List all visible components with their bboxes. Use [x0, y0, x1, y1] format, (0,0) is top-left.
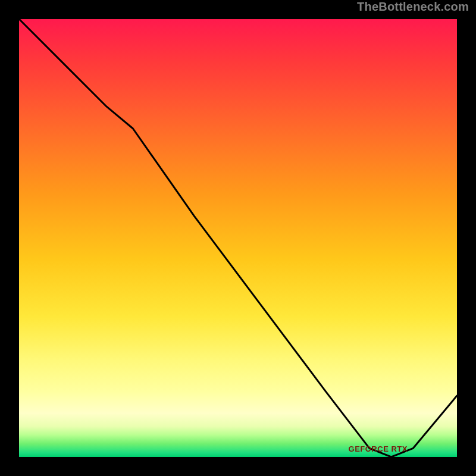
- series-line: [19, 19, 457, 457]
- plot-area: GEFORCE RTX: [19, 19, 457, 457]
- series-annotation: GEFORCE RTX: [349, 444, 408, 453]
- plot-frame: GEFORCE RTX: [15, 15, 461, 461]
- attribution-text: TheBottleneck.com: [357, 0, 469, 14]
- line-layer: [19, 19, 457, 457]
- chart-canvas: TheBottleneck.com GEFORCE RTX: [0, 0, 476, 476]
